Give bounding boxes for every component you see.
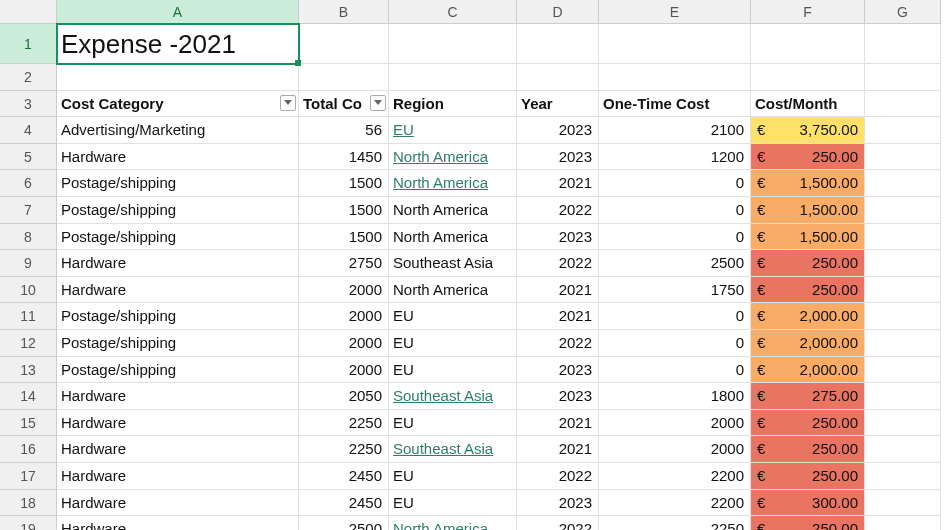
cell-cost-month[interactable]: €2,000.00 — [751, 303, 865, 330]
cell-total-cost[interactable]: 2000 — [299, 357, 389, 384]
cell-D1[interactable] — [517, 24, 599, 64]
cell-empty[interactable] — [865, 463, 941, 490]
cell-region[interactable]: North America — [389, 224, 517, 251]
cell-region[interactable]: North America — [389, 144, 517, 171]
cell-A1[interactable]: Expense -2021 — [57, 24, 299, 64]
column-header-B[interactable]: B — [299, 0, 389, 24]
header-region[interactable]: Region — [389, 91, 517, 118]
cell-one-time-cost[interactable]: 2000 — [599, 410, 751, 437]
cell-cost-month[interactable]: €2,000.00 — [751, 330, 865, 357]
cell-empty[interactable] — [865, 516, 941, 530]
row-header-5[interactable]: 5 — [0, 144, 57, 171]
column-header-E[interactable]: E — [599, 0, 751, 24]
cell-D2[interactable] — [517, 64, 599, 91]
cell-empty[interactable] — [865, 410, 941, 437]
cell-cost-month[interactable]: €250.00 — [751, 250, 865, 277]
cell-one-time-cost[interactable]: 0 — [599, 197, 751, 224]
cell-E1[interactable] — [599, 24, 751, 64]
cell-year[interactable]: 2023 — [517, 490, 599, 517]
header-year[interactable]: Year — [517, 91, 599, 118]
cell-empty[interactable] — [865, 170, 941, 197]
cell-cost-month[interactable]: €250.00 — [751, 410, 865, 437]
row-header-14[interactable]: 14 — [0, 383, 57, 410]
cell-one-time-cost[interactable]: 2250 — [599, 516, 751, 530]
filter-dropdown-icon[interactable] — [370, 95, 386, 111]
row-header-19[interactable]: 19 — [0, 516, 57, 530]
cell-region[interactable]: Southeast Asia — [389, 250, 517, 277]
cell-cost-month[interactable]: €3,750.00 — [751, 117, 865, 144]
cell-empty[interactable] — [865, 250, 941, 277]
row-header-11[interactable]: 11 — [0, 303, 57, 330]
cell-cost-month[interactable]: €1,500.00 — [751, 170, 865, 197]
cell-empty[interactable] — [865, 436, 941, 463]
row-header-17[interactable]: 17 — [0, 463, 57, 490]
cell-cost-category[interactable]: Hardware — [57, 463, 299, 490]
cell-year[interactable]: 2023 — [517, 117, 599, 144]
cell-cost-category[interactable]: Hardware — [57, 250, 299, 277]
row-header-10[interactable]: 10 — [0, 277, 57, 304]
cell-one-time-cost[interactable]: 1800 — [599, 383, 751, 410]
cell-cost-month[interactable]: €2,000.00 — [751, 357, 865, 384]
cell-region[interactable]: EU — [389, 463, 517, 490]
cell-total-cost[interactable]: 2050 — [299, 383, 389, 410]
cell-year[interactable]: 2022 — [517, 330, 599, 357]
cell-year[interactable]: 2022 — [517, 197, 599, 224]
cell-total-cost[interactable]: 2000 — [299, 330, 389, 357]
cell-cost-category[interactable]: Advertising/Marketing — [57, 117, 299, 144]
cell-cost-category[interactable]: Postage/shipping — [57, 197, 299, 224]
cell-region[interactable]: EU — [389, 490, 517, 517]
cell-total-cost[interactable]: 2000 — [299, 303, 389, 330]
cell-C2[interactable] — [389, 64, 517, 91]
cell-empty[interactable] — [865, 117, 941, 144]
cell-empty[interactable] — [865, 224, 941, 251]
row-header-2[interactable]: 2 — [0, 64, 57, 91]
cell-one-time-cost[interactable]: 0 — [599, 303, 751, 330]
cell-cost-category[interactable]: Hardware — [57, 410, 299, 437]
cell-A2[interactable] — [57, 64, 299, 91]
cell-empty[interactable] — [865, 357, 941, 384]
cell-total-cost[interactable]: 2000 — [299, 277, 389, 304]
cell-one-time-cost[interactable]: 2100 — [599, 117, 751, 144]
cell-F2[interactable] — [751, 64, 865, 91]
header-cost-month[interactable]: Cost/Month — [751, 91, 865, 118]
cell-year[interactable]: 2021 — [517, 277, 599, 304]
cell-G1[interactable] — [865, 24, 941, 64]
row-header-8[interactable]: 8 — [0, 224, 57, 251]
cell-cost-category[interactable]: Hardware — [57, 383, 299, 410]
row-header-9[interactable]: 9 — [0, 250, 57, 277]
cell-empty[interactable] — [865, 144, 941, 171]
row-header-15[interactable]: 15 — [0, 410, 57, 437]
header-one-time-cost[interactable]: One-Time Cost — [599, 91, 751, 118]
row-header-12[interactable]: 12 — [0, 330, 57, 357]
cell-cost-month[interactable]: €275.00 — [751, 383, 865, 410]
cell-B1[interactable] — [299, 24, 389, 64]
cell-cost-month[interactable]: €300.00 — [751, 490, 865, 517]
cell-total-cost[interactable]: 2500 — [299, 516, 389, 530]
cell-cost-category[interactable]: Postage/shipping — [57, 303, 299, 330]
column-header-D[interactable]: D — [517, 0, 599, 24]
cell-region[interactable]: EU — [389, 117, 517, 144]
cell-year[interactable]: 2023 — [517, 357, 599, 384]
cell-year[interactable]: 2021 — [517, 436, 599, 463]
cell-region[interactable]: EU — [389, 410, 517, 437]
row-header-7[interactable]: 7 — [0, 197, 57, 224]
cell-E2[interactable] — [599, 64, 751, 91]
filter-dropdown-icon[interactable] — [280, 95, 296, 111]
cell-F1[interactable] — [751, 24, 865, 64]
cell-total-cost[interactable]: 1500 — [299, 224, 389, 251]
cell-one-time-cost[interactable]: 2000 — [599, 436, 751, 463]
cell-total-cost[interactable]: 2250 — [299, 436, 389, 463]
select-all-corner[interactable] — [0, 0, 57, 24]
cell-cost-category[interactable]: Hardware — [57, 490, 299, 517]
cell-total-cost[interactable]: 1450 — [299, 144, 389, 171]
cell-one-time-cost[interactable]: 2200 — [599, 490, 751, 517]
row-header-3[interactable]: 3 — [0, 91, 57, 118]
cell-one-time-cost[interactable]: 0 — [599, 357, 751, 384]
row-header-18[interactable]: 18 — [0, 490, 57, 517]
cell-empty[interactable] — [865, 197, 941, 224]
cell-G2[interactable] — [865, 64, 941, 91]
cell-region[interactable]: North America — [389, 170, 517, 197]
cell-region[interactable]: North America — [389, 277, 517, 304]
cell-cost-month[interactable]: €1,500.00 — [751, 224, 865, 251]
cell-cost-category[interactable]: Postage/shipping — [57, 330, 299, 357]
